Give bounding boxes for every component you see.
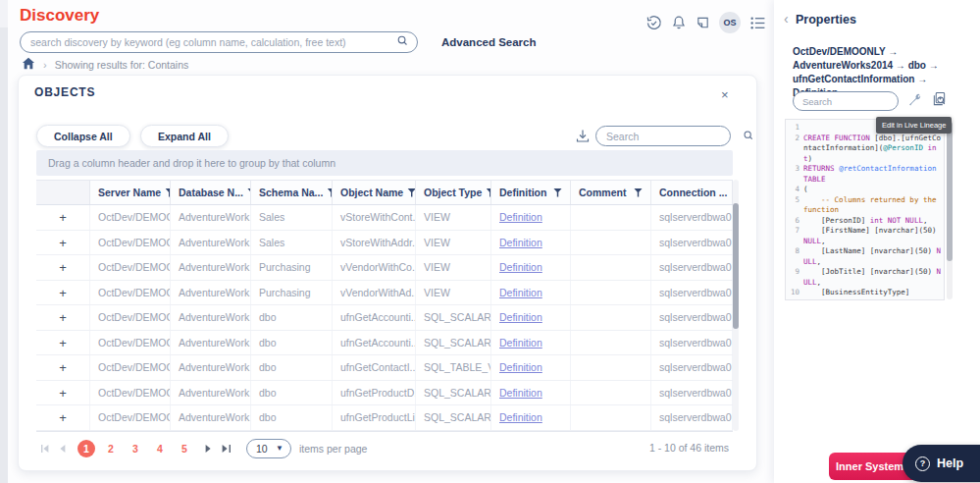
cell-comment bbox=[571, 405, 651, 430]
row-expand-button[interactable]: + bbox=[36, 231, 90, 255]
cell-connection: sqlserverdbwa0... bbox=[651, 331, 733, 355]
next-page-button[interactable] bbox=[199, 444, 217, 454]
items-per-page-label: items per page bbox=[299, 443, 367, 455]
code-line: 9 [JobTitle] [nvarchar](50) NULL, bbox=[786, 267, 942, 288]
row-expand-button[interactable]: + bbox=[36, 405, 90, 430]
collapse-all-button[interactable]: Collapse All bbox=[36, 125, 130, 147]
page-button-1[interactable]: 1 bbox=[77, 440, 95, 457]
cell-definition: Definition bbox=[491, 205, 571, 230]
definition-link[interactable]: Definition bbox=[499, 287, 542, 298]
definition-link[interactable]: Definition bbox=[499, 311, 542, 323]
column-header-label: Connection ... bbox=[659, 187, 727, 198]
row-expand-button[interactable]: + bbox=[36, 205, 90, 230]
page-button-3[interactable]: 3 bbox=[127, 440, 144, 457]
discovery-search-input[interactable] bbox=[21, 36, 396, 48]
line-number: 10 bbox=[786, 288, 803, 298]
cell-database-name: AdventureWork... bbox=[171, 331, 251, 355]
download-icon[interactable] bbox=[575, 129, 591, 148]
scrollbar-thumb[interactable] bbox=[947, 122, 953, 261]
help-button[interactable]: ? Help bbox=[903, 445, 980, 482]
table-search-input[interactable] bbox=[596, 131, 743, 142]
code-line: 10 [BusinessEntityType] bbox=[786, 288, 942, 298]
row-expand-button[interactable]: + bbox=[36, 331, 90, 355]
prev-page-button[interactable] bbox=[54, 444, 72, 454]
cell-definition: Definition bbox=[491, 231, 571, 255]
definition-link[interactable]: Definition bbox=[499, 261, 542, 273]
cell-object-type: SQL_SCALAR_F... bbox=[416, 405, 491, 430]
column-header[interactable]: Database N... bbox=[171, 181, 251, 204]
row-expand-button[interactable]: + bbox=[36, 255, 90, 280]
definition-code-viewer[interactable]: 12CREATE FUNCTION [dbo].[ufnGetContactIn… bbox=[785, 119, 945, 300]
cell-comment bbox=[571, 331, 651, 355]
table-search-field[interactable] bbox=[595, 126, 731, 146]
column-header[interactable]: Connection ... bbox=[651, 181, 733, 204]
definition-link[interactable]: Definition bbox=[499, 211, 542, 223]
row-expand-button[interactable]: + bbox=[36, 355, 90, 380]
avatar[interactable]: OS bbox=[719, 12, 741, 33]
home-icon[interactable] bbox=[22, 56, 35, 74]
cell-object-name: vStoreWithCont... bbox=[333, 205, 416, 230]
first-page-button[interactable] bbox=[36, 444, 54, 454]
code-line: 3RETURNS @retContactInformation TABLE bbox=[786, 164, 942, 185]
code-text: [LastName] [nvarchar](50) NULL, bbox=[803, 246, 942, 267]
bell-icon[interactable] bbox=[671, 15, 687, 30]
column-header[interactable]: Object Name bbox=[333, 181, 416, 204]
scrollbar-thumb[interactable] bbox=[733, 203, 739, 329]
row-expand-button[interactable]: + bbox=[36, 381, 90, 405]
advanced-search-link[interactable]: Advanced Search bbox=[441, 36, 537, 48]
line-number: 3 bbox=[786, 164, 803, 185]
notes-icon[interactable] bbox=[696, 16, 710, 30]
table-row: +OctDev/DEMOO...AdventureWork...Purchasi… bbox=[36, 255, 733, 281]
back-chevron-icon[interactable]: ‹ bbox=[784, 11, 789, 27]
filter-funnel-icon[interactable] bbox=[634, 188, 643, 197]
cell-schema-name: dbo bbox=[251, 355, 333, 380]
column-header[interactable]: Definition bbox=[491, 181, 571, 204]
properties-breadcrumb-line: OctDev/DEMOONLY → bbox=[793, 45, 965, 59]
cell-comment bbox=[571, 231, 651, 255]
column-header[interactable]: Comment bbox=[571, 181, 651, 204]
properties-title: Properties bbox=[796, 13, 856, 27]
definition-link[interactable]: Definition bbox=[499, 337, 542, 349]
code-line: 8 [LastName] [nvarchar](50) NULL, bbox=[786, 246, 942, 267]
search-icon[interactable] bbox=[396, 33, 409, 51]
cell-server-name: OctDev/DEMOO... bbox=[90, 355, 171, 380]
filter-funnel-icon[interactable] bbox=[553, 188, 562, 197]
row-expand-button[interactable]: + bbox=[36, 305, 90, 330]
definition-link[interactable]: Definition bbox=[499, 237, 542, 248]
list-icon[interactable] bbox=[749, 15, 766, 31]
discovery-search-field[interactable] bbox=[20, 31, 418, 53]
cell-server-name: OctDev/DEMOO... bbox=[90, 281, 171, 305]
column-header-label: Schema Na... bbox=[259, 187, 323, 198]
column-header-label: Object Type bbox=[424, 187, 482, 198]
column-header[interactable]: Schema Na... bbox=[251, 181, 333, 204]
code-line: 6 [PersonID] int NOT NULL, bbox=[786, 216, 942, 227]
history-check-icon[interactable] bbox=[645, 15, 662, 31]
group-by-dropzone[interactable]: Drag a column header and drop it here to… bbox=[36, 150, 733, 176]
edit-lineage-wrench-icon[interactable] bbox=[907, 93, 922, 112]
expand-all-button[interactable]: Expand All bbox=[140, 125, 229, 147]
table-vertical-scrollbar[interactable] bbox=[733, 180, 739, 431]
definition-link[interactable]: Definition bbox=[499, 361, 542, 373]
table-row: +OctDev/DEMOO...AdventureWork...dboufnGe… bbox=[36, 331, 733, 356]
column-header[interactable]: Server Name bbox=[90, 181, 171, 204]
cell-object-type: VIEW bbox=[416, 281, 491, 305]
column-header[interactable]: Object Type bbox=[416, 181, 491, 204]
copy-document-icon[interactable] bbox=[932, 91, 947, 111]
row-expand-button[interactable]: + bbox=[36, 281, 90, 305]
objects-close-icon[interactable]: × bbox=[721, 87, 729, 102]
definition-link[interactable]: Definition bbox=[499, 387, 542, 399]
page-button-4[interactable]: 4 bbox=[151, 440, 169, 457]
left-edge-scroll-strip[interactable] bbox=[0, 27, 8, 483]
definition-link[interactable]: Definition bbox=[499, 411, 542, 423]
code-vertical-scrollbar[interactable] bbox=[947, 120, 953, 299]
table-row: +OctDev/DEMOO...AdventureWork...dboufnGe… bbox=[36, 355, 733, 381]
line-number: 8 bbox=[786, 246, 803, 267]
page-size-select[interactable]: 10 ▼ bbox=[246, 439, 291, 458]
page-button-2[interactable]: 2 bbox=[102, 440, 120, 457]
code-search-field[interactable] bbox=[793, 91, 899, 111]
page-button-5[interactable]: 5 bbox=[176, 440, 193, 457]
last-page-button[interactable] bbox=[217, 444, 234, 454]
cell-object-type: SQL_SCALAR_F... bbox=[416, 331, 491, 355]
filter-funnel-icon[interactable] bbox=[407, 188, 416, 197]
search-icon[interactable] bbox=[743, 128, 754, 145]
